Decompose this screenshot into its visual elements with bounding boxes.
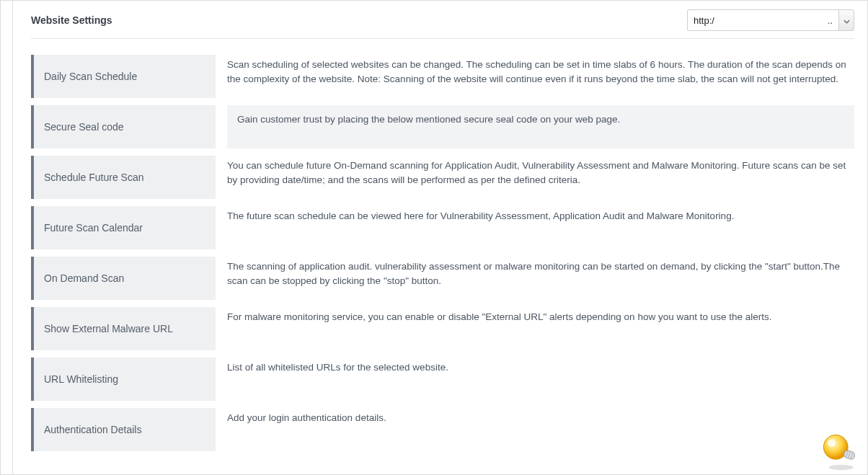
settings-tab-daily-scan-schedule[interactable]: Daily Scan Schedule (31, 55, 216, 98)
settings-row-daily-scan-schedule: Daily Scan ScheduleScan scheduling of se… (31, 55, 854, 98)
settings-tab-on-demand-scan[interactable]: On Demand Scan (31, 257, 216, 300)
settings-tab-schedule-future-scan[interactable]: Schedule Future Scan (31, 156, 216, 199)
settings-panel: Daily Scan ScheduleScan scheduling of se… (15, 55, 867, 451)
settings-tab-show-external-malware-url[interactable]: Show External Malware URL (31, 307, 216, 350)
page-title: Website Settings (31, 14, 112, 26)
website-select-prefix: http:/ (694, 15, 714, 26)
settings-desc-url-whitelisting: List of all whitelisted URLs for the sel… (227, 358, 854, 375)
settings-tab-url-whitelisting[interactable]: URL Whitelisting (31, 358, 216, 401)
settings-row-show-external-malware-url: Show External Malware URLFor malware mon… (31, 307, 854, 350)
header-divider (31, 38, 854, 39)
svg-point-0 (829, 465, 854, 471)
settings-tab-secure-seal-code[interactable]: Secure Seal code (31, 105, 216, 148)
website-select-dropdown-button[interactable] (838, 9, 854, 31)
settings-row-future-scan-calendar: Future Scan CalendarThe future scan sche… (31, 206, 854, 249)
settings-desc-authentication-details: Add your login authentication details. (227, 408, 854, 425)
settings-page: Website Settings http:/ .. Daily Scan Sc… (0, 0, 868, 475)
settings-desc-on-demand-scan: The scanning of application audit. vulne… (227, 257, 854, 288)
website-select-dots: .. (828, 15, 833, 26)
settings-desc-schedule-future-scan: You can schedule future On-Demand scanni… (227, 156, 854, 187)
svg-point-2 (828, 439, 836, 447)
settings-desc-daily-scan-schedule: Scan scheduling of selected websites can… (227, 55, 854, 86)
settings-row-url-whitelisting: URL WhitelistingList of all whitelisted … (31, 358, 854, 401)
settings-desc-future-scan-calendar: The future scan schedule can be viewed h… (227, 206, 854, 223)
settings-row-secure-seal-code: Secure Seal codeGain customer trust by p… (31, 105, 854, 148)
website-select-value[interactable]: http:/ .. (687, 9, 838, 31)
help-lightbulb-icon[interactable] (817, 428, 860, 471)
settings-row-schedule-future-scan: Schedule Future ScanYou can schedule fut… (31, 156, 854, 199)
settings-row-on-demand-scan: On Demand ScanThe scanning of applicatio… (31, 257, 854, 300)
settings-desc-show-external-malware-url: For malware monitoring service, you can … (227, 307, 854, 324)
settings-desc-secure-seal-code: Gain customer trust by placing the below… (227, 105, 854, 148)
settings-row-authentication-details: Authentication DetailsAdd your login aut… (31, 408, 854, 451)
settings-tab-future-scan-calendar[interactable]: Future Scan Calendar (31, 206, 216, 249)
settings-header: Website Settings http:/ .. (15, 1, 867, 38)
settings-tab-authentication-details[interactable]: Authentication Details (31, 408, 216, 451)
website-select[interactable]: http:/ .. (687, 9, 854, 31)
chevron-down-icon (843, 14, 850, 27)
